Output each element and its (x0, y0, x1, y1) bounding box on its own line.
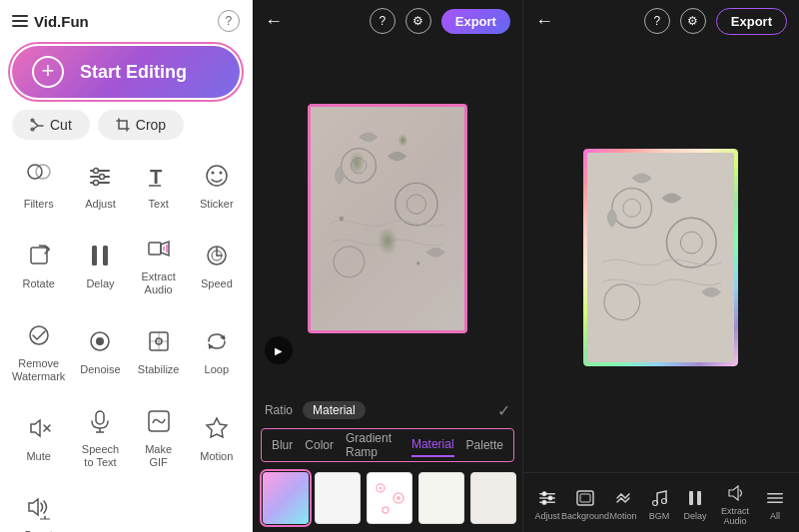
ratio-label: Ratio (265, 403, 293, 417)
top-bar-left: Vid.Fun (12, 13, 89, 30)
far-right-video-frame (583, 149, 738, 366)
bg-sample-gradient[interactable] (263, 472, 309, 524)
svg-marker-19 (161, 242, 169, 256)
speed-label: Speed (201, 277, 233, 290)
svg-rect-15 (31, 248, 47, 264)
toolbar-extract-audio[interactable]: Extract Audio (713, 483, 757, 526)
svg-marker-80 (729, 486, 738, 500)
tool-adjust[interactable]: Adjust (73, 150, 127, 219)
adjust-label: Adjust (85, 198, 116, 211)
speech-to-text-label: Speech to Text (77, 443, 123, 469)
tab-gradient-ramp[interactable]: Gradient Ramp (346, 427, 400, 463)
tool-rotate[interactable]: Rotate (8, 223, 69, 304)
tab-color[interactable]: Color (305, 434, 334, 456)
tool-mute[interactable]: Mute (8, 395, 69, 477)
toolbar-adjust-icon (537, 488, 557, 508)
filters-icon (21, 158, 57, 194)
middle-help-icon[interactable]: ? (370, 8, 396, 34)
play-button[interactable]: ▶ (265, 336, 293, 364)
far-right-toolbar: Adjust Background Motion (523, 472, 799, 532)
checkmark-icon[interactable]: ✓ (497, 401, 510, 420)
middle-settings-icon[interactable]: ⚙ (405, 8, 431, 34)
tab-material[interactable]: Material (411, 433, 454, 457)
bg-sample-floral[interactable] (367, 472, 412, 524)
svg-text:T: T (150, 166, 162, 188)
help-icon[interactable]: ? (218, 10, 240, 32)
svg-point-55 (383, 507, 389, 513)
cut-crop-row: Cut Crop (0, 106, 252, 144)
svg-rect-78 (689, 491, 693, 505)
far-right-back-icon[interactable]: ← (535, 11, 553, 32)
cut-button[interactable]: Cut (12, 110, 90, 140)
bg-sample-white[interactable] (315, 472, 361, 524)
tool-text[interactable]: T Text (132, 150, 186, 219)
tool-speech-to-text[interactable]: Speech to Text (73, 395, 127, 477)
tool-filters[interactable]: Filters (8, 150, 69, 219)
mute-icon (21, 410, 57, 446)
svg-point-50 (334, 246, 365, 276)
toolbar-delay-icon (685, 488, 705, 508)
top-bar: Vid.Fun ? (0, 0, 252, 42)
svg-marker-35 (31, 420, 40, 436)
tool-sticker[interactable]: Sticker (190, 150, 244, 219)
toolbar-background-icon (575, 488, 595, 508)
tool-denoise[interactable]: Denoise (73, 309, 127, 391)
tool-extract-audio[interactable]: Extract Audio (132, 223, 186, 304)
tool-loop[interactable]: Loop (190, 309, 244, 391)
far-right-settings-icon[interactable]: ⚙ (680, 8, 706, 34)
start-editing-button[interactable]: Start Editing (12, 46, 240, 98)
mute-label: Mute (26, 450, 50, 463)
loop-icon (199, 323, 235, 359)
svg-point-48 (396, 183, 437, 225)
tool-make-gif[interactable]: Make GIF (132, 395, 186, 477)
toolbar-delay[interactable]: Delay (677, 488, 713, 521)
toolbar-background[interactable]: Background (565, 488, 605, 521)
tool-motion[interactable]: Motion (190, 395, 244, 477)
svg-rect-16 (92, 246, 97, 266)
crop-button[interactable]: Crop (98, 110, 184, 140)
tool-stabilize[interactable]: Stabilize (132, 309, 186, 391)
boost-volume-icon (21, 489, 57, 525)
toolbar-bgm-icon (649, 488, 669, 508)
toolbar-motion[interactable]: Motion (605, 488, 641, 521)
toolbar-bgm[interactable]: BGM (641, 488, 677, 521)
far-right-help-icon[interactable]: ? (644, 8, 670, 34)
sticker-icon (199, 158, 235, 194)
stabilize-label: Stabilize (138, 363, 180, 376)
toolbar-all[interactable]: All (757, 488, 793, 521)
hamburger-menu-icon[interactable] (12, 15, 28, 27)
svg-point-49 (406, 194, 425, 213)
remove-watermark-icon (21, 317, 57, 353)
svg-rect-74 (577, 491, 593, 505)
crop-icon (116, 118, 130, 132)
back-arrow-icon[interactable]: ← (265, 11, 283, 32)
svg-point-12 (207, 166, 227, 186)
stabilize-icon (141, 323, 177, 359)
rainbow-border (583, 149, 738, 366)
toolbar-all-label: All (770, 511, 780, 521)
svg-point-13 (211, 172, 214, 175)
right-section: ← ? ⚙ Export (253, 0, 799, 532)
svg-rect-17 (103, 246, 108, 266)
bg-sample-beige[interactable] (470, 472, 516, 524)
middle-export-button[interactable]: Export (441, 9, 510, 34)
tool-remove-watermark[interactable]: Remove Watermark (8, 309, 69, 391)
toolbar-bgm-label: BGM (649, 511, 670, 521)
toolbar-all-icon (765, 488, 785, 508)
tool-delay[interactable]: Delay (73, 223, 127, 304)
make-gif-icon (141, 403, 177, 439)
middle-header: ← ? ⚙ Export (253, 0, 522, 42)
far-right-export-button[interactable]: Export (716, 8, 787, 35)
toolbar-adjust[interactable]: Adjust (529, 488, 565, 521)
denoise-icon (82, 323, 118, 359)
adjust-icon (82, 158, 118, 194)
motion-icon (199, 410, 235, 446)
tab-blur[interactable]: Blur (272, 434, 293, 456)
svg-point-54 (397, 496, 400, 500)
bg-sample-plain[interactable] (418, 472, 464, 524)
tool-speed[interactable]: Speed (190, 223, 244, 304)
svg-point-52 (379, 487, 382, 490)
tool-boost-volume[interactable]: Boost Volume (8, 481, 69, 532)
tab-palette[interactable]: Palette (466, 434, 503, 456)
text-icon: T (141, 158, 177, 194)
